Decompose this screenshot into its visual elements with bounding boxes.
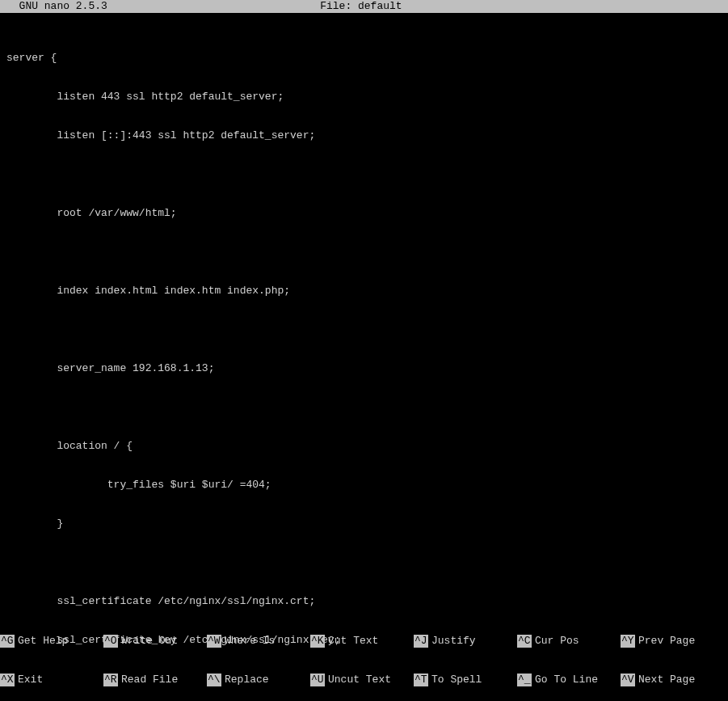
editor-area[interactable]: server { listen 443 ssl http2 default_se… (0, 13, 728, 701)
shortcut-key: ^R (103, 674, 118, 686)
shortcut-bar: ^GGet Help^OWrite Out^WWhere Is^KCut Tex… (0, 609, 728, 701)
shortcut-key: ^X (0, 674, 15, 686)
shortcut-where-is[interactable]: ^WWhere Is (207, 635, 310, 648)
shortcut-label: Where Is (225, 635, 275, 648)
shortcut-label: Read File (121, 674, 178, 686)
code-line: root /var/www/html; (0, 207, 728, 220)
shortcut-prev-page[interactable]: ^YPrev Page (621, 635, 724, 648)
shortcut-key: ^T (414, 674, 428, 686)
shortcut-key: ^_ (517, 674, 532, 686)
shortcut-key: ^W (207, 635, 221, 648)
shortcut-get-help[interactable]: ^GGet Help (0, 635, 103, 648)
shortcut-row-1: ^GGet Help^OWrite Out^WWhere Is^KCut Tex… (0, 635, 728, 648)
shortcut-label: Cur Pos (535, 635, 579, 648)
shortcut-label: Write Out (121, 635, 178, 648)
code-line (0, 168, 728, 181)
shortcut-next-page[interactable]: ^VNext Page (621, 674, 724, 686)
shortcut-key: ^\ (207, 674, 221, 686)
app-name: GNU nano 2.5.3 (0, 0, 107, 13)
shortcut-key: ^G (0, 635, 15, 648)
shortcut-label: Next Page (638, 674, 695, 686)
code-line: server { (0, 52, 728, 65)
shortcut-exit[interactable]: ^XExit (0, 674, 103, 686)
shortcut-key: ^V (621, 674, 635, 686)
shortcut-label: To Spell (431, 674, 482, 686)
code-line (0, 401, 728, 414)
code-line: location / { (0, 440, 728, 453)
code-line: listen 443 ssl http2 default_server; (0, 91, 728, 103)
shortcut-cur-pos[interactable]: ^CCur Pos (517, 635, 621, 648)
shortcut-write-out[interactable]: ^OWrite Out (103, 635, 207, 648)
code-line (0, 323, 728, 336)
shortcut-key: ^U (310, 674, 325, 686)
shortcut-label: Exit (18, 674, 43, 686)
shortcut-key: ^Y (621, 635, 635, 648)
code-line (0, 246, 728, 259)
shortcut-label: Prev Page (638, 635, 695, 648)
shortcut-row-2: ^XExit^RRead File^\Replace^UUncut Text^T… (0, 674, 728, 686)
code-line (0, 556, 728, 569)
shortcut-go-to-line[interactable]: ^_Go To Line (517, 674, 621, 686)
code-line: ssl_certificate /etc/nginx/ssl/nginx.crt… (0, 595, 728, 608)
shortcut-label: Go To Line (535, 674, 598, 686)
shortcut-replace[interactable]: ^\Replace (207, 674, 310, 686)
shortcut-label: Uncut Text (328, 674, 391, 686)
code-line: server_name 192.168.1.13; (0, 362, 728, 375)
code-line: try_files $uri $uri/ =404; (0, 479, 728, 492)
shortcut-read-file[interactable]: ^RRead File (103, 674, 207, 686)
shortcut-label: Cut Text (328, 635, 378, 648)
shortcut-to-spell[interactable]: ^TTo Spell (414, 674, 517, 686)
title-bar: GNU nano 2.5.3 File: default (0, 0, 728, 13)
shortcut-key: ^C (517, 635, 532, 648)
code-line: index index.html index.htm index.php; (0, 285, 728, 298)
shortcut-key: ^O (103, 635, 118, 648)
shortcut-label: Get Help (18, 635, 68, 648)
shortcut-label: Justify (431, 635, 476, 648)
code-line: } (0, 517, 728, 530)
shortcut-key: ^J (414, 635, 428, 648)
shortcut-label: Replace (225, 674, 269, 686)
shortcut-justify[interactable]: ^JJustify (414, 635, 517, 648)
shortcut-key: ^K (310, 635, 325, 648)
code-line: listen [::]:443 ssl http2 default_server… (0, 129, 728, 142)
shortcut-uncut-text[interactable]: ^UUncut Text (310, 674, 414, 686)
shortcut-cut-text[interactable]: ^KCut Text (310, 635, 414, 648)
file-label: File: default (107, 0, 615, 13)
